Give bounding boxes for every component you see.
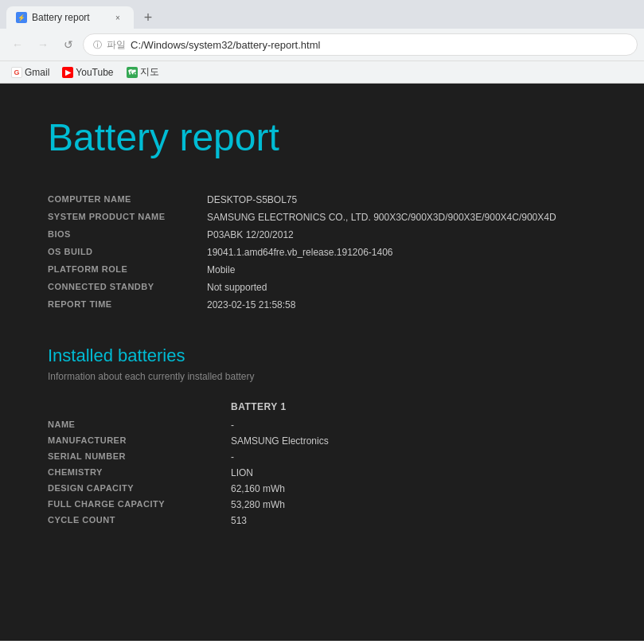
battery-table: BATTERY 1 NAME-MANUFACTURERSAMSUNG Elect… <box>48 401 596 529</box>
battery-cell-value: - <box>231 420 596 431</box>
installed-batteries-title: Installed batteries <box>48 345 596 366</box>
battery-row: DESIGN CAPACITY62,160 mWh <box>48 481 596 497</box>
back-button[interactable]: ← <box>6 33 29 56</box>
battery-header: BATTERY 1 <box>231 401 596 412</box>
battery-cell-label: CYCLE COUNT <box>48 515 231 526</box>
bookmark-gmail[interactable]: G Gmail <box>6 65 54 80</box>
battery-row: CHEMISTRYLION <box>48 465 596 481</box>
battery-cell-label: CHEMISTRY <box>48 467 231 478</box>
youtube-favicon: ▶ <box>62 67 73 78</box>
system-info-label: PLATFORM ROLE <box>48 261 207 279</box>
system-info-value: P03ABK 12/20/2012 <box>207 226 596 244</box>
toolbar: ← → ↺ ⓘ 파일 C:/Windows/system32/battery-r… <box>0 29 644 60</box>
active-tab[interactable]: ⚡ Battery report × <box>6 6 134 29</box>
new-tab-button[interactable]: + <box>137 6 159 29</box>
address-info-icon: ⓘ <box>93 39 102 51</box>
bookmark-youtube[interactable]: ▶ YouTube <box>57 65 118 80</box>
battery-row: CYCLE COUNT513 <box>48 513 596 529</box>
battery-cell-label: SERIAL NUMBER <box>48 451 231 463</box>
address-prefix: 파일 <box>107 38 126 52</box>
battery-cell-value: 513 <box>231 515 596 526</box>
tab-favicon: ⚡ <box>16 12 27 23</box>
tab-bar: ⚡ Battery report × + <box>0 0 644 29</box>
system-info-label: REPORT TIME <box>48 296 207 314</box>
battery-cell-label: DESIGN CAPACITY <box>48 483 231 494</box>
battery-cell-value: 53,280 mWh <box>231 499 596 510</box>
page-title: Battery report <box>48 115 596 159</box>
battery-cell-value: SAMSUNG Electronics <box>231 435 596 447</box>
system-info-value: DESKTOP-S5BOL75 <box>207 191 596 209</box>
battery-row: NAME- <box>48 417 596 433</box>
bookmark-gmail-label: Gmail <box>25 67 49 78</box>
tab-label: Battery report <box>32 12 107 23</box>
maps-favicon: 🗺 <box>127 67 138 78</box>
bookmark-maps-label: 지도 <box>140 65 159 79</box>
address-url: C:/Windows/system32/battery-report.html <box>131 39 320 51</box>
forward-button[interactable]: → <box>32 33 54 56</box>
battery-cell-value: LION <box>231 467 596 478</box>
system-info-value: Not supported <box>207 279 596 296</box>
system-info-table: COMPUTER NAMEDESKTOP-S5BOL75SYSTEM PRODU… <box>48 191 596 314</box>
battery-row: MANUFACTURERSAMSUNG Electronics <box>48 433 596 449</box>
system-info-value: Mobile <box>207 261 596 279</box>
battery-cell-value: - <box>231 451 596 463</box>
reload-button[interactable]: ↺ <box>57 33 80 56</box>
page-content: Battery report COMPUTER NAMEDESKTOP-S5BO… <box>0 84 644 641</box>
system-info-value: 2023-02-15 21:58:58 <box>207 296 596 314</box>
bookmark-youtube-label: YouTube <box>76 67 113 78</box>
battery-row: SERIAL NUMBER- <box>48 449 596 465</box>
battery-row: FULL CHARGE CAPACITY53,280 mWh <box>48 497 596 513</box>
gmail-favicon: G <box>11 67 22 78</box>
battery-cell-label: MANUFACTURER <box>48 435 231 447</box>
browser-chrome: ⚡ Battery report × + ← → ↺ ⓘ 파일 C:/Windo… <box>0 0 644 84</box>
system-info-label: SYSTEM PRODUCT NAME <box>48 209 207 226</box>
system-info-value: 19041.1.amd64fre.vb_release.191206-1406 <box>207 244 596 261</box>
installed-batteries-section: Installed batteries Information about ea… <box>48 345 596 529</box>
address-bar[interactable]: ⓘ 파일 C:/Windows/system32/battery-report.… <box>83 33 638 56</box>
battery-header-row: BATTERY 1 <box>48 401 596 412</box>
battery-cell-label: FULL CHARGE CAPACITY <box>48 499 231 510</box>
system-info-label: CONNECTED STANDBY <box>48 279 207 296</box>
battery-rows: NAME-MANUFACTURERSAMSUNG ElectronicsSERI… <box>48 417 596 529</box>
battery-cell-value: 62,160 mWh <box>231 483 596 494</box>
tab-close-button[interactable]: × <box>111 11 124 24</box>
battery-cell-label: NAME <box>48 420 231 431</box>
system-info-label: BIOS <box>48 226 207 244</box>
installed-batteries-subtitle: Information about each currently install… <box>48 371 596 382</box>
bookmarks-bar: G Gmail ▶ YouTube 🗺 지도 <box>0 60 644 83</box>
system-info-label: COMPUTER NAME <box>48 191 207 209</box>
bookmark-maps[interactable]: 🗺 지도 <box>122 64 164 80</box>
system-info-label: OS BUILD <box>48 244 207 261</box>
system-info-value: SAMSUNG ELECTRONICS CO., LTD. 900X3C/900… <box>207 209 596 226</box>
